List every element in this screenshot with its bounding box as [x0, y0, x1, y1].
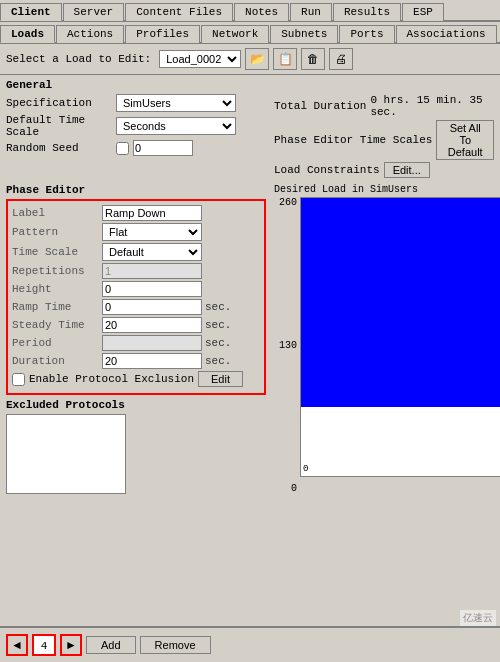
- height-input[interactable]: [102, 281, 202, 297]
- timescale-label: Default Time Scale: [6, 114, 116, 138]
- label-input[interactable]: [102, 205, 202, 221]
- timescale-phase-select[interactable]: Default Seconds Minutes: [102, 243, 202, 261]
- randomseed-checkbox[interactable]: [116, 142, 129, 155]
- specification-select[interactable]: SimUsers: [116, 94, 236, 112]
- subtab-loads[interactable]: Loads: [0, 25, 55, 43]
- tab-content-files[interactable]: Content Files: [125, 3, 233, 21]
- height-label: Height: [12, 283, 102, 295]
- phase-editor-title: Phase Editor: [6, 184, 266, 196]
- add-button[interactable]: Add: [86, 636, 136, 654]
- tab-esp[interactable]: ESP: [402, 3, 444, 21]
- duration-input[interactable]: [102, 353, 202, 369]
- randomseed-input[interactable]: [133, 140, 193, 156]
- duration-unit: sec.: [205, 355, 231, 367]
- tab-client[interactable]: Client: [0, 3, 62, 21]
- subtab-profiles[interactable]: Profiles: [125, 25, 200, 43]
- load-select[interactable]: Load_0002: [159, 50, 241, 68]
- timescale-select[interactable]: Seconds: [116, 117, 236, 135]
- delete-button[interactable]: 🗑: [301, 48, 325, 70]
- general-section-title: General: [6, 79, 494, 91]
- tab-results[interactable]: Results: [333, 3, 401, 21]
- period-input[interactable]: [102, 335, 202, 351]
- load-constraints-edit-button[interactable]: Edit...: [384, 162, 430, 178]
- duration-label: Duration: [12, 355, 102, 367]
- spec-label: Specification: [6, 97, 116, 109]
- export-button[interactable]: 🖨: [329, 48, 353, 70]
- steadytime-label: Steady Time: [12, 319, 102, 331]
- steadytime-unit: sec.: [205, 319, 231, 331]
- chart-y-max: 260: [279, 197, 297, 208]
- chart-x-min: 0: [303, 464, 308, 474]
- pattern-select[interactable]: Flat Ramp Step: [102, 223, 202, 241]
- phase-editor-time-label: Phase Editor Time Scales: [274, 134, 432, 146]
- total-duration-label: Total Duration: [274, 100, 366, 112]
- watermark: 亿速云: [460, 610, 496, 626]
- protocol-edit-button[interactable]: Edit: [198, 371, 243, 387]
- open-folder-button[interactable]: 📂: [245, 48, 269, 70]
- ramptime-unit: sec.: [205, 301, 231, 313]
- enable-protocol-checkbox[interactable]: [12, 373, 25, 386]
- phase-editor-box: Label Pattern Flat Ramp Step Time Scale: [6, 199, 266, 395]
- excluded-protocols-listbox[interactable]: [6, 414, 126, 494]
- tab-run[interactable]: Run: [290, 3, 332, 21]
- period-unit: sec.: [205, 337, 231, 349]
- prev-page-button[interactable]: ◄: [6, 634, 28, 656]
- ramptime-label: Ramp Time: [12, 301, 102, 313]
- pattern-label: Pattern: [12, 226, 102, 238]
- period-label: Period: [12, 337, 102, 349]
- enable-protocol-label: Enable Protocol Exclusion: [29, 373, 194, 385]
- sub-tab-bar: Loads Actions Profiles Network Subnets P…: [0, 22, 500, 44]
- select-load-label: Select a Load to Edit:: [6, 53, 151, 65]
- copy-button[interactable]: 📋: [273, 48, 297, 70]
- subtab-actions[interactable]: Actions: [56, 25, 124, 43]
- subtab-network[interactable]: Network: [201, 25, 269, 43]
- subtab-subnets[interactable]: Subnets: [270, 25, 338, 43]
- subtab-ports[interactable]: Ports: [339, 25, 394, 43]
- subtab-associations[interactable]: Associations: [396, 25, 497, 43]
- repetitions-input[interactable]: [102, 263, 202, 279]
- chart-area: 0: [300, 197, 500, 477]
- label-label: Label: [12, 207, 102, 219]
- top-tab-bar: Client Server Content Files Notes Run Re…: [0, 0, 500, 22]
- load-constraints-label: Load Constraints: [274, 164, 380, 176]
- main-content: General Specification SimUsers Default T…: [0, 75, 500, 637]
- load-toolbar: Select a Load to Edit: Load_0002 📂 📋 🗑 🖨: [0, 44, 500, 75]
- chart-y-mid: 130: [279, 340, 297, 351]
- next-page-button[interactable]: ►: [60, 634, 82, 656]
- repetitions-label: Repetitions: [12, 265, 102, 277]
- total-duration-value: 0 hrs. 15 min. 35 sec.: [370, 94, 494, 118]
- tab-server[interactable]: Server: [63, 3, 125, 21]
- tab-notes[interactable]: Notes: [234, 3, 289, 21]
- chart-title: Desired Load in SimUsers: [274, 184, 500, 195]
- remove-button[interactable]: Remove: [140, 636, 211, 654]
- bottom-navigation: ◄ 4 ► Add Remove: [0, 626, 500, 662]
- set-all-default-button[interactable]: Set All To Default: [436, 120, 494, 160]
- ramptime-input[interactable]: [102, 299, 202, 315]
- randomseed-label: Random Seed: [6, 142, 116, 154]
- page-number: 4: [32, 634, 56, 656]
- chart-y-min: 0: [291, 483, 297, 494]
- steadytime-input[interactable]: [102, 317, 202, 333]
- timescale-phase-label: Time Scale: [12, 246, 102, 258]
- excluded-protocols-title: Excluded Protocols: [6, 399, 266, 411]
